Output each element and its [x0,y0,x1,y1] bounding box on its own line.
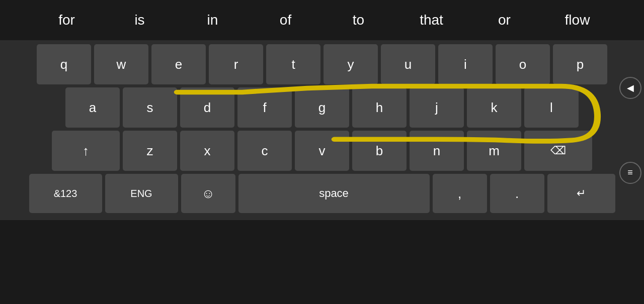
suggestion-in[interactable]: in [176,7,249,33]
suggestion-that[interactable]: that [395,7,468,33]
key-q[interactable]: q [37,44,91,84]
right-buttons: ◀ ≡ [616,40,644,220]
suggestion-is[interactable]: is [103,7,176,33]
suggestion-or[interactable]: or [468,7,541,33]
key-d[interactable]: d [180,87,234,128]
keyboard-row-4: &123 ENG ☺ space , . ↵ [28,174,616,213]
key-o[interactable]: o [496,44,550,84]
suggestion-flow[interactable]: flow [541,7,614,33]
key-i[interactable]: i [438,44,493,84]
key-a[interactable]: a [65,87,120,128]
key-m[interactable]: m [467,131,521,171]
key-f[interactable]: f [237,87,292,128]
key-k[interactable]: k [467,87,521,128]
key-s[interactable]: s [123,87,177,128]
key-backspace[interactable]: ⌫ [524,131,592,171]
key-l[interactable]: l [524,87,579,128]
key-j[interactable]: j [410,87,464,128]
key-c[interactable]: c [237,131,292,171]
suggestion-for[interactable]: for [30,7,103,33]
keyboard-row-3: ↑ z x c v b n m ⌫ [28,131,616,171]
key-e[interactable]: e [151,44,206,84]
key-enter[interactable]: ↵ [547,174,615,213]
key-shift[interactable]: ↑ [52,131,120,171]
keyboard-row-2: a s d f g h j k l [28,87,616,128]
key-num[interactable]: &123 [29,174,102,213]
suggestion-to[interactable]: to [322,7,395,33]
key-emoji[interactable]: ☺ [181,174,235,213]
key-g[interactable]: g [295,87,349,128]
key-h[interactable]: h [352,87,407,128]
key-b[interactable]: b [352,131,407,171]
key-r[interactable]: r [209,44,263,84]
key-v[interactable]: v [295,131,349,171]
keyboard-menu-button[interactable]: ≡ [619,162,641,184]
key-p[interactable]: p [553,44,607,84]
keyboard: q w e r t y u i o p a s d f g h j k l ↑ … [0,40,644,220]
key-y[interactable]: y [324,44,378,84]
key-lang[interactable]: ENG [105,174,178,213]
key-t[interactable]: t [266,44,320,84]
key-w[interactable]: w [94,44,148,84]
key-period[interactable]: . [490,174,544,213]
key-z[interactable]: z [123,131,177,171]
suggestion-of[interactable]: of [249,7,322,33]
key-u[interactable]: u [381,44,435,84]
key-comma[interactable]: , [433,174,487,213]
keyboard-row-1: q w e r t y u i o p [28,44,616,84]
keyboard-hide-button[interactable]: ◀ [619,77,641,99]
key-n[interactable]: n [410,131,464,171]
key-space[interactable]: space [238,174,430,213]
key-x[interactable]: x [180,131,234,171]
suggestions-bar: for is in of to that or flow [0,0,644,40]
